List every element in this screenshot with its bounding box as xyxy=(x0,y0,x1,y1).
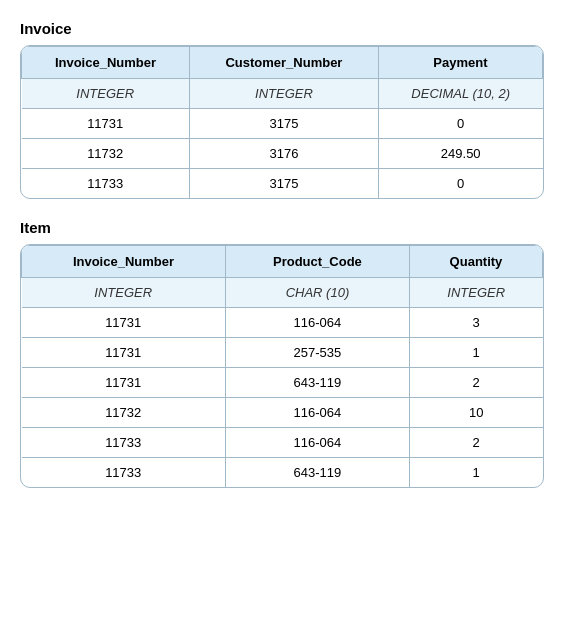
table-cell: 11733 xyxy=(22,458,226,488)
table-cell: INTEGER xyxy=(189,79,378,109)
table-cell: 3175 xyxy=(189,169,378,199)
table-cell: 11731 xyxy=(22,368,226,398)
item-header-row: Invoice_NumberProduct_CodeQuantity xyxy=(22,246,543,278)
item-table: Invoice_NumberProduct_CodeQuantity INTEG… xyxy=(21,245,543,487)
table-cell: 2 xyxy=(409,368,542,398)
invoice-col-header: Invoice_Number xyxy=(22,47,190,79)
table-cell: CHAR (10) xyxy=(225,278,409,308)
table-cell: 11733 xyxy=(22,169,190,199)
item-col-header: Product_Code xyxy=(225,246,409,278)
table-cell: 11732 xyxy=(22,398,226,428)
invoice-section: Invoice Invoice_NumberCustomer_NumberPay… xyxy=(20,20,544,199)
table-row: 117323176249.50 xyxy=(22,139,543,169)
table-cell: 0 xyxy=(378,109,542,139)
invoice-header-row: Invoice_NumberCustomer_NumberPayment xyxy=(22,47,543,79)
table-cell: 11731 xyxy=(22,109,190,139)
item-col-header: Quantity xyxy=(409,246,542,278)
invoice-col-header: Customer_Number xyxy=(189,47,378,79)
invoice-label: Invoice xyxy=(20,20,544,37)
table-row: 11732116-06410 xyxy=(22,398,543,428)
table-cell: 249.50 xyxy=(378,139,542,169)
table-cell: INTEGER xyxy=(22,278,226,308)
table-row: INTEGERCHAR (10)INTEGER xyxy=(22,278,543,308)
table-cell: 116-064 xyxy=(225,308,409,338)
table-cell: 1 xyxy=(409,338,542,368)
item-section: Item Invoice_NumberProduct_CodeQuantity … xyxy=(20,219,544,488)
table-cell: 11731 xyxy=(22,338,226,368)
table-row: 1173131750 xyxy=(22,109,543,139)
item-table-container: Invoice_NumberProduct_CodeQuantity INTEG… xyxy=(20,244,544,488)
table-cell: 0 xyxy=(378,169,542,199)
table-row: 11731257-5351 xyxy=(22,338,543,368)
table-cell: INTEGER xyxy=(22,79,190,109)
table-row: 1173331750 xyxy=(22,169,543,199)
table-cell: 11733 xyxy=(22,428,226,458)
table-cell: 11732 xyxy=(22,139,190,169)
table-row: 11731116-0643 xyxy=(22,308,543,338)
table-cell: 1 xyxy=(409,458,542,488)
table-cell: DECIMAL (10, 2) xyxy=(378,79,542,109)
table-cell: INTEGER xyxy=(409,278,542,308)
item-tbody: INTEGERCHAR (10)INTEGER11731116-06431173… xyxy=(22,278,543,488)
table-cell: 3175 xyxy=(189,109,378,139)
table-cell: 11731 xyxy=(22,308,226,338)
item-label: Item xyxy=(20,219,544,236)
table-row: 11733116-0642 xyxy=(22,428,543,458)
table-cell: 2 xyxy=(409,428,542,458)
invoice-table: Invoice_NumberCustomer_NumberPayment INT… xyxy=(21,46,543,198)
invoice-col-header: Payment xyxy=(378,47,542,79)
table-cell: 116-064 xyxy=(225,428,409,458)
table-cell: 116-064 xyxy=(225,398,409,428)
table-row: INTEGERINTEGERDECIMAL (10, 2) xyxy=(22,79,543,109)
table-row: 11733643-1191 xyxy=(22,458,543,488)
table-cell: 3 xyxy=(409,308,542,338)
item-col-header: Invoice_Number xyxy=(22,246,226,278)
table-row: 11731643-1192 xyxy=(22,368,543,398)
invoice-table-container: Invoice_NumberCustomer_NumberPayment INT… xyxy=(20,45,544,199)
table-cell: 3176 xyxy=(189,139,378,169)
table-cell: 257-535 xyxy=(225,338,409,368)
table-cell: 643-119 xyxy=(225,458,409,488)
invoice-tbody: INTEGERINTEGERDECIMAL (10, 2)11731317501… xyxy=(22,79,543,199)
table-cell: 10 xyxy=(409,398,542,428)
table-cell: 643-119 xyxy=(225,368,409,398)
